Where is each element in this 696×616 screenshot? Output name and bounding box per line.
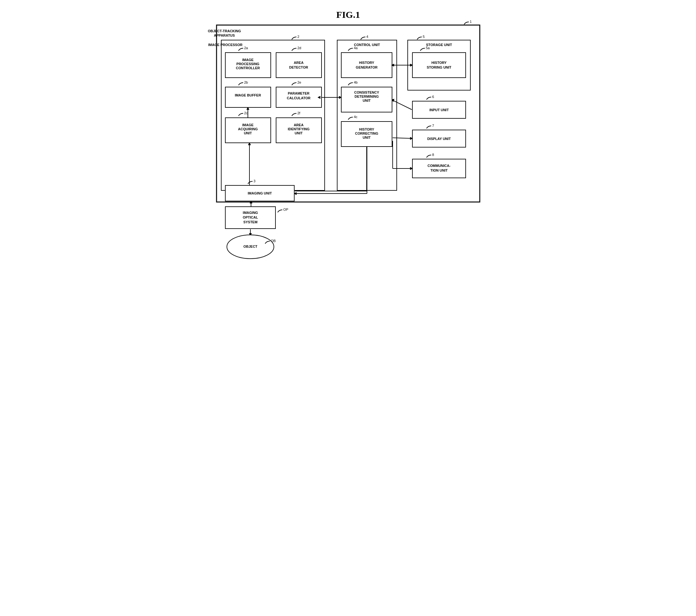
cdu-label2: DETERMINING (354, 95, 379, 98)
ref1-label: 1 (470, 20, 472, 23)
image-buffer-box (225, 87, 271, 108)
hg-label2: GENERATOR (356, 65, 377, 69)
diagram: FIG.1 1 OBJECT-TRACKING APPARATUS 2 IMAG… (207, 6, 489, 263)
ref6-label: 6 (432, 95, 434, 99)
pc-label1: PARAMETER (288, 92, 309, 95)
ref2a-label: 2a (244, 46, 248, 50)
ios-label3: SYSTEM (243, 220, 257, 224)
hsu-label2: STORING UNIT (427, 65, 451, 69)
hcu-label3: UNIT (363, 135, 371, 139)
image-processor-label: IMAGE PROCESSOR (208, 43, 242, 47)
ref7-label: 7 (432, 124, 434, 128)
ref2d-label: 2d (297, 46, 301, 50)
ipc-label3: CONTROLLER (236, 66, 259, 70)
iau-label2: ACQUIRING (238, 127, 257, 131)
ref1-curve (464, 22, 469, 25)
aiu-label2: IDENTIFYING (288, 127, 310, 131)
ipc-label2: PROCESSING (236, 62, 259, 66)
comm-unit-label2: TION UNIT (430, 168, 447, 172)
aiu-label3: UNIT (295, 131, 303, 135)
op-curve (278, 210, 282, 212)
ref4a-label: 4a (354, 46, 358, 50)
ref4-label: 4 (366, 35, 368, 38)
ref4c-label: 4c (354, 115, 358, 119)
ref2-label: 2 (297, 35, 299, 38)
ib-label1: IMAGE BUFFER (235, 93, 261, 97)
cdu-label3: UNIT (363, 99, 371, 102)
ios-label1: IMAGING (242, 211, 257, 214)
ref5a-label: 5a (426, 46, 430, 50)
ref2f-label: 2f (297, 111, 301, 115)
ref2e-label: 2e (297, 80, 301, 84)
imaging-unit-label: IMAGING UNIT (248, 191, 272, 195)
page: FIG.1 1 OBJECT-TRACKING APPARATUS 2 IMAG… (207, 6, 489, 264)
outer-label-line1: OBJECT-TRACKING (208, 29, 241, 33)
ref3-label: 3 (254, 179, 255, 183)
comm-unit-label1: COMMUNICA- (427, 164, 450, 167)
hcu-label2: CORRECTING (355, 131, 378, 135)
display-unit-label: DISPLAY UNIT (427, 137, 450, 141)
figure-title: FIG.1 (336, 10, 360, 20)
ipc-label1: IMAGE (242, 58, 253, 62)
ios-label2: OPTICAL (242, 215, 258, 219)
ref8-label: 8 (432, 153, 434, 157)
hg-label1: HISTORY (359, 61, 374, 65)
cdu-label1: CONSISTENCY (354, 91, 379, 94)
op-label: OP (283, 208, 288, 211)
ad-label1: AREA (294, 61, 303, 65)
aiu-label1: AREA (294, 123, 303, 127)
ref5-label: 5 (423, 35, 425, 38)
ref2c-label: 2c (244, 111, 248, 115)
ref4b-label: 4b (354, 80, 358, 84)
hsu-label1: HISTORY (431, 61, 446, 65)
iau-label3: UNIT (244, 131, 252, 135)
control-unit-label: CONTROL UNIT (354, 43, 380, 47)
object-label: OBJECT (243, 245, 257, 248)
pc-label2: CALCULATOR (287, 96, 310, 100)
hcu-label1: HISTORY (359, 128, 374, 131)
input-unit-label: INPUT UNIT (429, 108, 449, 112)
outer-label-line2: APPARATUS (214, 33, 235, 37)
storage-unit-label: STORAGE UNIT (426, 43, 452, 47)
ob-label: OB (271, 239, 276, 243)
iau-label1: IMAGE (242, 123, 253, 127)
ad-label2: DETECTOR (289, 65, 308, 69)
ref2b-label: 2b (244, 80, 248, 84)
